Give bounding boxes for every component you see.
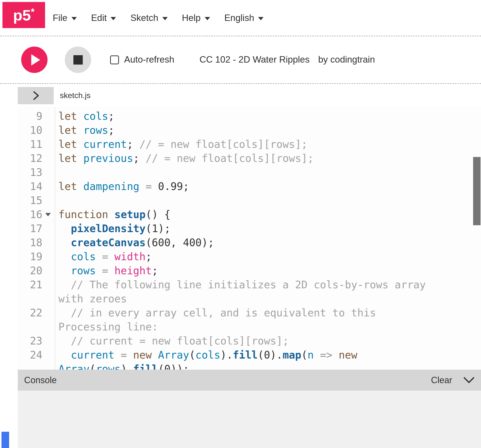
code-line-11[interactable]: 11let current; // = new float[cols][rows…	[18, 137, 441, 151]
stop-icon	[73, 55, 83, 65]
menu-item-label: Sketch	[130, 13, 158, 23]
code-line-17[interactable]: 17 pixelDensity(1);	[18, 222, 441, 236]
code-line-16[interactable]: 16function setup() {	[18, 207, 441, 222]
menu-item-label: English	[224, 13, 254, 23]
p5-logo[interactable]: p5*	[2, 2, 45, 28]
app-window: p5* FileEditSketchHelpEnglish Auto-refre…	[0, 0, 481, 448]
line-number: 16	[18, 207, 42, 222]
code-line-13[interactable]: 13	[18, 165, 441, 179]
console-title: Console	[24, 375, 57, 385]
caret-down-icon	[71, 17, 77, 20]
header: p5* FileEditSketchHelpEnglish	[0, 0, 481, 36]
editor-tab-bar: sketch.js	[0, 84, 481, 107]
line-number: 10	[18, 123, 42, 137]
line-number: 13	[18, 165, 42, 179]
code-text: cols = width;	[55, 250, 441, 264]
caret-down-icon	[258, 17, 264, 20]
code-text: createCanvas(600, 400);	[55, 236, 441, 250]
code-line-18[interactable]: 18 createCanvas(600, 400);	[18, 236, 441, 250]
p5-logo-star: *	[31, 7, 34, 17]
code-text: let rows;	[55, 123, 441, 137]
play-button[interactable]	[21, 47, 48, 73]
page-scrollbar-fragment[interactable]	[1, 432, 9, 448]
code-line-23[interactable]: 23 // current = new float[cols][rows];	[18, 334, 441, 348]
code-text: let current; // = new float[cols][rows];	[55, 137, 441, 151]
console-clear-button[interactable]: Clear	[431, 375, 452, 385]
code-text: // The following line initializes a 2D c…	[55, 278, 441, 306]
chevron-down-icon[interactable]	[463, 377, 475, 384]
code-text: // current = new float[cols][rows];	[55, 334, 441, 348]
menu-item-edit[interactable]: Edit	[91, 13, 116, 23]
code-text: pixelDensity(1);	[55, 222, 441, 236]
caret-down-icon	[162, 17, 168, 20]
code-line-21[interactable]: 21 // The following line initializes a 2…	[18, 278, 441, 306]
menu-item-english[interactable]: English	[224, 13, 264, 23]
line-number: 14	[18, 179, 42, 193]
code-text: // in every array cell, and is equivalen…	[55, 306, 441, 334]
code-text: let previous; // = new float[cols][rows]…	[55, 151, 441, 165]
auto-refresh-label[interactable]: Auto-refresh	[124, 54, 174, 65]
caret-down-icon	[205, 17, 210, 20]
play-icon	[31, 54, 40, 66]
code-line-20[interactable]: 20 rows = height;	[18, 264, 441, 278]
p5-logo-name: p5	[13, 7, 31, 24]
line-number: 9	[18, 109, 42, 123]
code-line-24[interactable]: 24 current = new Array(cols).fill(0).map…	[18, 348, 441, 370]
menu-item-help[interactable]: Help	[182, 13, 210, 23]
console-actions: Clear	[431, 375, 475, 385]
auto-refresh-checkbox[interactable]	[110, 55, 119, 64]
code-text: let dampening = 0.99;	[55, 179, 441, 193]
line-number: 21	[18, 278, 42, 292]
chevron-right-icon	[31, 90, 41, 101]
code-editor[interactable]: 9let cols;10let rows;11let current; // =…	[18, 107, 481, 370]
tab-sketch-js[interactable]: sketch.js	[60, 91, 90, 100]
caret-down-icon	[111, 17, 116, 20]
code-line-10[interactable]: 10let rows;	[18, 123, 441, 137]
line-number: 18	[18, 236, 42, 250]
menubar: FileEditSketchHelpEnglish	[53, 0, 264, 36]
line-number: 12	[18, 151, 42, 165]
code-line-9[interactable]: 9let cols;	[18, 109, 441, 123]
line-number: 15	[18, 193, 42, 207]
console-header: Console Clear	[18, 370, 481, 391]
line-number: 22	[18, 306, 42, 320]
line-number: 24	[18, 348, 42, 362]
code-lines: 9let cols;10let rows;11let current; // =…	[18, 109, 441, 370]
line-number: 20	[18, 264, 42, 278]
code-line-22[interactable]: 22 // in every array cell, and is equiva…	[18, 306, 441, 334]
toolbar: Auto-refresh CC 102 - 2D Water Ripples b…	[0, 36, 481, 84]
project-author[interactable]: by codingtrain	[318, 54, 375, 65]
menu-item-file[interactable]: File	[53, 13, 77, 23]
code-text: let cols;	[55, 109, 441, 123]
code-text: current = new Array(cols).fill(0).map(n …	[55, 348, 441, 370]
code-line-14[interactable]: 14let dampening = 0.99;	[18, 179, 441, 193]
menu-item-sketch[interactable]: Sketch	[130, 13, 167, 23]
stop-button[interactable]	[65, 47, 91, 73]
console-body	[18, 391, 481, 448]
menu-item-label: Help	[182, 13, 201, 23]
code-line-12[interactable]: 12let previous; // = new float[cols][row…	[18, 151, 441, 165]
code-text: rows = height;	[55, 264, 441, 278]
collapse-sidebar-button[interactable]	[18, 87, 54, 104]
editor-scrollbar-thumb[interactable]	[473, 157, 481, 225]
code-line-19[interactable]: 19 cols = width;	[18, 250, 441, 264]
line-number: 23	[18, 334, 42, 348]
menu-item-label: File	[53, 13, 67, 23]
p5-logo-text: p5*	[13, 7, 34, 23]
line-number: 17	[18, 222, 42, 236]
code-text: function setup() {	[55, 207, 441, 222]
line-number: 11	[18, 137, 42, 151]
code-line-15[interactable]: 15	[18, 193, 441, 207]
menu-item-label: Edit	[91, 13, 107, 23]
fold-arrow-icon[interactable]	[45, 213, 51, 216]
project-title[interactable]: CC 102 - 2D Water Ripples	[199, 54, 310, 65]
line-number: 19	[18, 250, 42, 264]
